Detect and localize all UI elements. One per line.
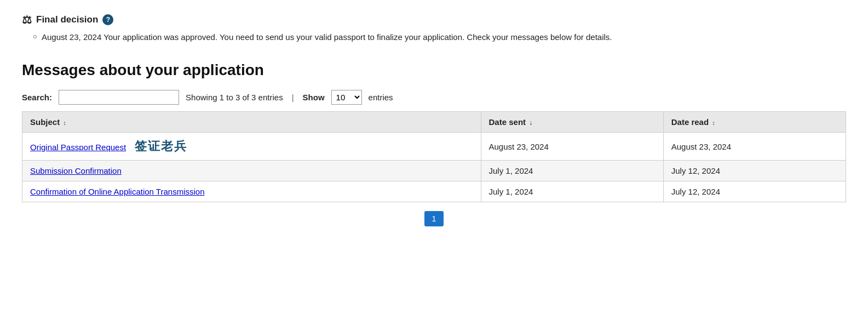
col-date-read-label: Date read <box>671 117 709 127</box>
cell-subject: Original Passport Request签证老兵 <box>22 133 481 161</box>
date-sent-sort-icon: ↓ <box>529 119 532 127</box>
table-row: Confirmation of Online Application Trans… <box>22 181 846 202</box>
cell-date-sent: July 1, 2024 <box>481 181 663 202</box>
col-subject-label: Subject <box>30 117 60 127</box>
cell-date-sent: August 23, 2024 <box>481 133 663 161</box>
final-decision-label: Final decision <box>36 14 98 25</box>
col-date-read[interactable]: Date read ↕ <box>663 112 846 133</box>
cell-date-read: July 12, 2024 <box>663 181 846 202</box>
table-body: Original Passport Request签证老兵August 23, … <box>22 133 846 202</box>
decision-item: August 23, 2024 Your application was app… <box>33 31 846 44</box>
search-label: Search: <box>22 93 52 102</box>
entries-label: entries <box>369 93 393 102</box>
col-subject[interactable]: Subject ↕ <box>22 112 481 133</box>
col-date-sent[interactable]: Date sent ↓ <box>481 112 663 133</box>
cell-subject: Confirmation of Online Application Trans… <box>22 181 481 202</box>
cell-subject: Submission Confirmation <box>22 161 481 181</box>
watermark-text: 签证老兵 <box>135 139 187 153</box>
entries-info: Showing 1 to 3 of 3 entries <box>186 93 283 102</box>
col-date-sent-label: Date sent <box>489 117 526 127</box>
pagination-area: 1 <box>22 211 846 226</box>
scale-icon: ⚖ <box>22 13 32 26</box>
subject-link[interactable]: Submission Confirmation <box>30 166 122 175</box>
entries-select[interactable]: 10 25 50 100 <box>331 90 362 105</box>
messages-title: Messages about your application <box>22 61 846 79</box>
subject-sort-icon: ↕ <box>63 119 66 126</box>
cell-date-read: July 12, 2024 <box>663 161 846 181</box>
search-input[interactable] <box>59 90 179 105</box>
subject-link[interactable]: Original Passport Request <box>30 143 126 152</box>
page-1-button[interactable]: 1 <box>424 211 444 226</box>
decision-text: August 23, 2024 Your application was app… <box>42 32 612 42</box>
messages-section: Messages about your application Search: … <box>22 61 846 226</box>
date-read-sort-icon: ↕ <box>712 119 715 126</box>
messages-table: Subject ↕ Date sent ↓ Date read ↕ Origin… <box>22 111 846 202</box>
table-controls: Search: Showing 1 to 3 of 3 entries | Sh… <box>22 90 846 105</box>
pipe-divider: | <box>292 93 294 102</box>
header-row: Subject ↕ Date sent ↓ Date read ↕ <box>22 112 846 133</box>
table-row: Submission ConfirmationJuly 1, 2024July … <box>22 161 846 181</box>
final-decision-header: ⚖ Final decision ? <box>22 13 846 26</box>
final-decision-section: ⚖ Final decision ? August 23, 2024 Your … <box>22 13 846 44</box>
subject-link[interactable]: Confirmation of Online Application Trans… <box>30 187 205 196</box>
show-label: Show <box>303 93 325 102</box>
help-icon[interactable]: ? <box>102 14 113 25</box>
table-row: Original Passport Request签证老兵August 23, … <box>22 133 846 161</box>
cell-date-read: August 23, 2024 <box>663 133 846 161</box>
decision-list: August 23, 2024 Your application was app… <box>22 31 846 44</box>
cell-date-sent: July 1, 2024 <box>481 161 663 181</box>
table-header: Subject ↕ Date sent ↓ Date read ↕ <box>22 112 846 133</box>
